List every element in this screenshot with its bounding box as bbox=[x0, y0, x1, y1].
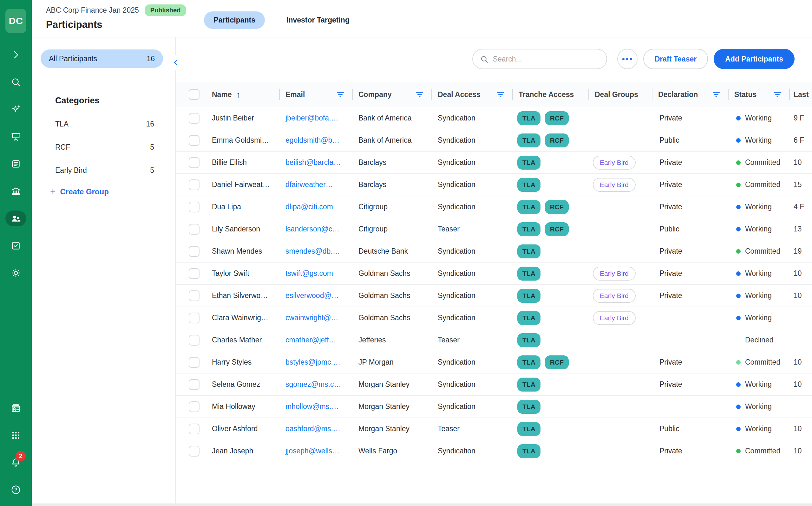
participant-email-link[interactable]: beilish@barcla… bbox=[286, 158, 341, 167]
tab-investor-targeting[interactable]: Investor Targeting bbox=[277, 11, 359, 29]
participant-email-link[interactable]: jbeiber@bofa.… bbox=[286, 114, 338, 122]
rail-item-help[interactable]: ? bbox=[5, 482, 26, 498]
table-row[interactable]: Ethan Silverwo…esilverwood@…Goldman Sach… bbox=[176, 285, 812, 307]
row-checkbox[interactable] bbox=[189, 157, 199, 168]
more-actions-button[interactable] bbox=[617, 49, 638, 69]
category-item-early-bird[interactable]: Early Bird5 bbox=[55, 159, 154, 182]
row-checkbox[interactable] bbox=[189, 290, 199, 301]
deal-access-value: Syndication bbox=[431, 291, 512, 300]
tranche-chip: TLA bbox=[517, 156, 541, 170]
rail-item-presentation[interactable] bbox=[5, 129, 26, 145]
row-checkbox[interactable] bbox=[189, 202, 199, 213]
row-checkbox[interactable] bbox=[189, 357, 199, 368]
participant-email-link[interactable]: egoldsmith@b… bbox=[286, 136, 339, 145]
participant-company: Jefferies bbox=[352, 336, 431, 344]
table-row[interactable]: Taylor Swifttswift@gs.comGoldman SachsSy… bbox=[176, 262, 812, 285]
participant-email-link[interactable]: cmather@jeff… bbox=[286, 336, 336, 344]
last-cell: 6 F bbox=[789, 136, 812, 145]
participant-name: Emma Goldsmi… bbox=[208, 136, 279, 145]
column-label: Deal Groups bbox=[595, 90, 638, 99]
sort-asc-icon[interactable]: ↑ bbox=[236, 90, 240, 99]
filter-icon[interactable] bbox=[336, 91, 344, 98]
row-checkbox[interactable] bbox=[189, 401, 199, 412]
declaration-value: Private bbox=[652, 247, 728, 256]
table-row[interactable]: Clara Wainwrig…cwainwright@…Goldman Sach… bbox=[176, 307, 812, 329]
row-checkbox[interactable] bbox=[189, 113, 199, 123]
table-row[interactable]: Daniel Fairweat…dfairweather…BarclaysSyn… bbox=[176, 174, 812, 196]
draft-teaser-button[interactable]: Draft Teaser bbox=[643, 49, 708, 69]
row-checkbox[interactable] bbox=[189, 246, 199, 257]
row-checkbox[interactable] bbox=[189, 446, 199, 456]
search-input[interactable] bbox=[493, 55, 599, 63]
category-count: 5 bbox=[150, 143, 154, 152]
row-checkbox[interactable] bbox=[189, 179, 199, 190]
panel-collapse-button[interactable] bbox=[170, 55, 182, 70]
participant-email-link[interactable]: esilverwood@… bbox=[286, 291, 339, 300]
filter-icon[interactable] bbox=[773, 91, 782, 98]
participant-email-link[interactable]: tswift@gs.com bbox=[286, 269, 333, 278]
rail-item-document[interactable] bbox=[5, 156, 26, 172]
column-header-status: Status bbox=[728, 82, 789, 107]
table-row[interactable]: Justin Beiberjbeiber@bofa.…Bank of Ameri… bbox=[176, 107, 812, 130]
participant-email-link[interactable]: mhollow@ms.… bbox=[286, 402, 339, 411]
workspace-avatar[interactable]: DC bbox=[5, 9, 26, 33]
participant-email-link[interactable]: cwainwright@… bbox=[286, 314, 338, 322]
create-group-button[interactable]: + Create Group bbox=[50, 187, 175, 196]
tab-participants[interactable]: Participants bbox=[204, 11, 265, 29]
row-checkbox[interactable] bbox=[189, 335, 199, 346]
row-checkbox[interactable] bbox=[189, 224, 199, 235]
table-row[interactable]: Dua Lipadlipa@citi.comCitigroupSyndicati… bbox=[176, 196, 812, 218]
row-checkbox[interactable] bbox=[189, 313, 199, 323]
add-participants-button[interactable]: Add Participants bbox=[714, 49, 795, 69]
rail-item-gear[interactable] bbox=[5, 265, 26, 281]
status-label: Committed bbox=[745, 447, 780, 455]
table-row[interactable]: Mia Hollowaymhollow@ms.…Morgan StanleySy… bbox=[176, 396, 812, 418]
table-row[interactable]: Harry Stylesbstyles@jpmc.…JP MorganSyndi… bbox=[176, 351, 812, 373]
deal-groups-cell: Early Bird bbox=[588, 178, 652, 192]
table-row[interactable]: Selena Gomezsgomez@ms.c…Morgan StanleySy… bbox=[176, 373, 812, 396]
table-row[interactable]: Billie Eilishbeilish@barcla…BarclaysSynd… bbox=[176, 152, 812, 174]
rail-nav-bottom: 2? bbox=[5, 400, 26, 498]
row-checkbox[interactable] bbox=[189, 135, 199, 146]
participant-email-link[interactable]: dfairweather… bbox=[286, 180, 333, 189]
participant-email-link[interactable]: bstyles@jpmc.… bbox=[286, 358, 340, 366]
rail-item-bell[interactable]: 2 bbox=[5, 455, 26, 471]
table-row[interactable]: Lily Sandersonlsanderson@c…CitigroupTeas… bbox=[176, 218, 812, 240]
row-checkbox[interactable] bbox=[189, 379, 199, 390]
filter-icon[interactable] bbox=[496, 91, 505, 98]
participant-email-link[interactable]: jjoseph@wells… bbox=[286, 447, 339, 455]
table-row[interactable]: Oliver Ashfordoashford@ms.…Morgan Stanle… bbox=[176, 418, 812, 440]
filter-icon[interactable] bbox=[712, 91, 720, 98]
participant-company: Barclays bbox=[352, 180, 431, 189]
table-row[interactable]: Charles Mathercmather@jeff…JefferiesTeas… bbox=[176, 329, 812, 351]
tranche-chip: TLA bbox=[517, 111, 541, 125]
rail-item-apps-grid[interactable] bbox=[5, 427, 26, 443]
participant-email-link[interactable]: dlipa@citi.com bbox=[286, 202, 333, 211]
rail-item-chevron-right[interactable] bbox=[5, 47, 26, 63]
filter-icon[interactable] bbox=[415, 91, 424, 98]
rail-item-search[interactable] bbox=[5, 74, 26, 90]
table-row[interactable]: Jean Josephjjoseph@wells…Wells FargoSynd… bbox=[176, 440, 812, 462]
participant-email-link[interactable]: sgomez@ms.c… bbox=[286, 380, 341, 389]
rail-item-contact-card[interactable] bbox=[5, 400, 26, 416]
participant-email-link[interactable]: lsanderson@c… bbox=[286, 225, 339, 233]
tranche-access-cell: TLA bbox=[512, 178, 588, 192]
row-checkbox[interactable] bbox=[189, 424, 199, 434]
rail-item-bank[interactable] bbox=[5, 183, 26, 199]
category-item-tla[interactable]: TLA16 bbox=[55, 112, 154, 136]
participant-email-link[interactable]: oashford@ms.… bbox=[286, 425, 340, 433]
horizontal-scrollbar[interactable] bbox=[32, 503, 812, 506]
category-item-rcf[interactable]: RCF5 bbox=[55, 136, 154, 159]
status-cell: Working bbox=[728, 291, 789, 300]
select-all-checkbox[interactable] bbox=[189, 89, 199, 100]
row-checkbox[interactable] bbox=[189, 268, 199, 279]
all-participants-pill[interactable]: All Participants 16 bbox=[40, 50, 163, 68]
table-row[interactable]: Shawn Mendessmendes@db.…Deutsche BankSyn… bbox=[176, 240, 812, 262]
participant-email-link[interactable]: smendes@db.… bbox=[286, 247, 340, 256]
rail-item-people[interactable] bbox=[5, 210, 26, 226]
rail-item-sparkles[interactable] bbox=[5, 101, 26, 117]
participant-company: Goldman Sachs bbox=[352, 269, 431, 278]
rail-item-clipboard-check[interactable] bbox=[5, 238, 26, 254]
gear-icon bbox=[10, 268, 21, 278]
table-row[interactable]: Emma Goldsmi…egoldsmith@b…Bank of Americ… bbox=[176, 130, 812, 152]
